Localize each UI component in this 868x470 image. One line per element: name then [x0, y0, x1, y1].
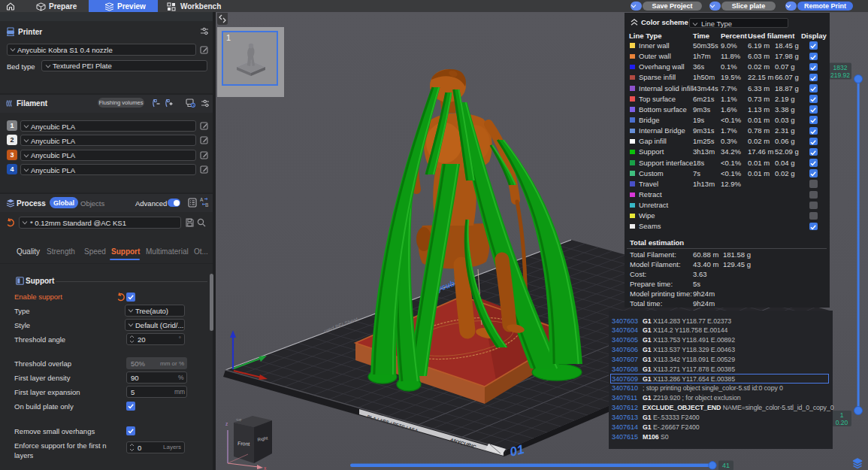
svg-text:1832: 1832 [833, 64, 848, 71]
svg-text:1: 1 [840, 411, 844, 419]
svg-text:A: A [200, 197, 204, 202]
svg-text:Front: Front [237, 441, 250, 447]
svg-text:z: z [225, 421, 228, 426]
svg-text:x: x [264, 465, 267, 470]
svg-text:41: 41 [722, 462, 730, 469]
svg-text:0.20: 0.20 [836, 419, 848, 426]
svg-text:B: B [205, 202, 208, 208]
svg-text:219.92: 219.92 [830, 71, 850, 79]
